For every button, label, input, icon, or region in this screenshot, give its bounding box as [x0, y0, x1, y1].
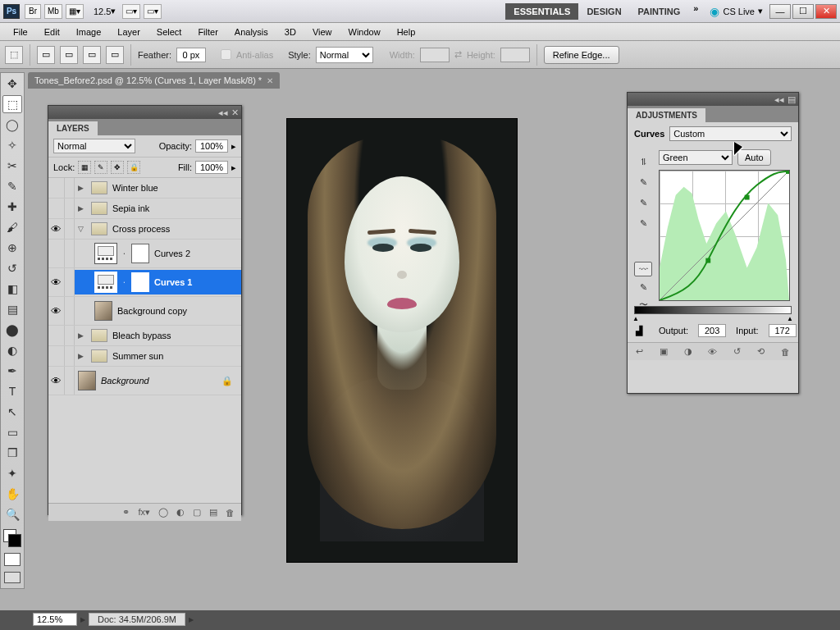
eyedropper-tool[interactable]: ✎ [2, 177, 22, 195]
trash-icon[interactable]: 🗑 [226, 508, 235, 518]
auto-button[interactable]: Auto [737, 149, 771, 166]
eyedropper-gray-icon[interactable]: ✎ [640, 198, 647, 208]
marquee-tool-icon[interactable]: ⬚ [5, 46, 23, 64]
opacity-input[interactable] [195, 139, 228, 153]
panel-collapse-icon[interactable]: ◂◂ [774, 94, 784, 105]
stamp-tool[interactable]: ⊕ [2, 239, 22, 257]
zoom-flyout-icon[interactable]: ▶ [80, 616, 85, 623]
workspace-design[interactable]: DESIGN [578, 3, 629, 20]
minibridge-button[interactable]: Mb [44, 4, 62, 19]
arrange-documents-button[interactable]: ▦▾ [66, 4, 84, 19]
menu-analysis[interactable]: Analysis [226, 25, 276, 39]
menu-filter[interactable]: Filter [189, 25, 226, 39]
curve-point-mode-icon[interactable]: 〰 [634, 262, 652, 276]
menu-edit[interactable]: Edit [36, 25, 68, 39]
group-icon[interactable]: ▢ [193, 507, 201, 518]
feather-input[interactable] [176, 48, 206, 62]
new-layer-icon[interactable]: ▤ [209, 507, 217, 518]
3d-camera-tool[interactable]: ✦ [2, 464, 22, 482]
blur-tool[interactable]: ⬤ [2, 321, 22, 339]
layer-row-curves-2[interactable]: ⬝Curves 2 [48, 240, 241, 268]
visibility-toggle[interactable] [48, 199, 65, 218]
extras-button[interactable]: ▭▾ [144, 4, 162, 19]
selection-intersect-icon[interactable]: ▭ [106, 46, 124, 64]
fill-flyout-icon[interactable]: ▸ [231, 162, 236, 173]
3d-tool[interactable]: ❒ [2, 444, 22, 462]
visibility-toggle[interactable]: 👁 [48, 219, 65, 239]
menu-image[interactable]: Image [68, 25, 110, 39]
preset-select[interactable]: Custom [669, 126, 792, 141]
menu-view[interactable]: View [304, 25, 340, 39]
window-minimize[interactable]: — [769, 4, 791, 19]
lock-transparency-icon[interactable]: ▦ [78, 161, 91, 174]
trash-icon[interactable]: 🗑 [781, 347, 790, 357]
previous-state-icon[interactable]: ↺ [733, 346, 741, 357]
lock-position-icon[interactable]: ✥ [111, 161, 124, 174]
fx-icon[interactable]: fx▾ [138, 507, 150, 518]
clip-icon[interactable]: ◑ [684, 346, 692, 357]
menu-layer[interactable]: Layer [109, 25, 148, 39]
pen-tool[interactable]: ✒ [2, 362, 22, 380]
crop-tool[interactable]: ✂ [2, 157, 22, 175]
visibility-toggle[interactable]: 👁 [48, 367, 65, 395]
workspace-essentials[interactable]: ESSENTIALS [505, 3, 578, 20]
layer-row-cross-process[interactable]: 👁 ▽Cross process [48, 219, 241, 240]
layer-row-curves-1[interactable]: 👁 ⬝Curves 1 [48, 268, 241, 297]
bridge-button[interactable]: Br [25, 4, 41, 19]
fill-input[interactable] [195, 161, 228, 174]
zoom-input[interactable] [33, 613, 77, 626]
menu-window[interactable]: Window [340, 25, 389, 39]
eyedropper-black-icon[interactable]: ✎ [640, 177, 647, 188]
selection-new-icon[interactable]: ▭ [37, 46, 55, 64]
document-tab[interactable]: Tones_Before2.psd @ 12.5% (Curves 1, Lay… [28, 72, 280, 89]
channel-select[interactable]: Green [659, 150, 733, 165]
input-ramp[interactable] [634, 306, 792, 314]
curves-graph[interactable] [659, 170, 790, 301]
layer-row-background[interactable]: 👁 Background🔒 [48, 367, 241, 395]
doc-info[interactable]: Doc: 34.5M/206.9M [89, 613, 185, 626]
brush-tool[interactable]: 🖌 [2, 218, 22, 236]
panel-collapse-icon[interactable]: ◂◂ [218, 107, 228, 118]
lock-pixels-icon[interactable]: ✎ [94, 161, 107, 174]
zoom-tool[interactable]: 🔍 [2, 505, 22, 523]
mask-icon[interactable]: ◯ [158, 507, 168, 518]
close-icon[interactable]: ✕ [267, 76, 273, 85]
visibility-toggle[interactable] [48, 326, 65, 345]
blend-mode-select[interactable]: Normal [53, 139, 135, 153]
expand-icon[interactable]: ▣ [660, 346, 668, 357]
cs-live-button[interactable]: ◉ CS Live▾ [710, 5, 763, 18]
visibility-toggle[interactable]: 👁 [48, 268, 65, 296]
type-tool[interactable]: T [2, 382, 22, 400]
input-input[interactable] [769, 324, 797, 337]
docinfo-flyout-icon[interactable]: ▶ [189, 616, 194, 623]
refine-edge-button[interactable]: Refine Edge... [544, 46, 619, 64]
quick-mask-toggle[interactable] [4, 553, 21, 566]
layer-row-summer-sun[interactable]: ▶Summer sun [48, 346, 241, 367]
visibility-toggle[interactable] [48, 346, 65, 366]
selection-add-icon[interactable]: ▭ [60, 46, 78, 64]
marquee-tool[interactable]: ⬚ [2, 95, 22, 113]
visibility-icon[interactable]: 👁 [708, 347, 717, 357]
zoom-level[interactable]: 12.5 [94, 7, 111, 16]
selection-subtract-icon[interactable]: ▭ [83, 46, 101, 64]
panel-menu-icon[interactable]: ▤ [788, 94, 796, 105]
layer-row-bleach-bypass[interactable]: ▶Bleach bypass [48, 326, 241, 346]
menu-help[interactable]: Help [389, 25, 424, 39]
eraser-tool[interactable]: ◧ [2, 280, 22, 298]
reset-icon[interactable]: ⟲ [757, 346, 765, 357]
style-select[interactable]: Normal [316, 47, 373, 63]
healing-tool[interactable]: ✚ [2, 198, 22, 216]
curve-pencil-mode-icon[interactable]: ✎ [640, 282, 647, 293]
hand-tool[interactable]: ✋ [2, 485, 22, 503]
wand-tool[interactable]: ✧ [2, 136, 22, 154]
document-canvas[interactable] [287, 119, 517, 562]
window-close[interactable]: ✕ [815, 4, 837, 19]
lasso-tool[interactable]: ◯ [2, 116, 22, 134]
opacity-flyout-icon[interactable]: ▸ [231, 141, 236, 152]
visibility-toggle[interactable] [48, 178, 65, 198]
histogram-mini-icon[interactable]: ▟ [636, 326, 642, 336]
layer-row-winter-blue[interactable]: ▶Winter blue [48, 178, 241, 199]
screen-mode-toggle[interactable] [4, 572, 21, 583]
gradient-tool[interactable]: ▤ [2, 300, 22, 318]
lock-all-icon[interactable]: 🔒 [127, 161, 140, 174]
